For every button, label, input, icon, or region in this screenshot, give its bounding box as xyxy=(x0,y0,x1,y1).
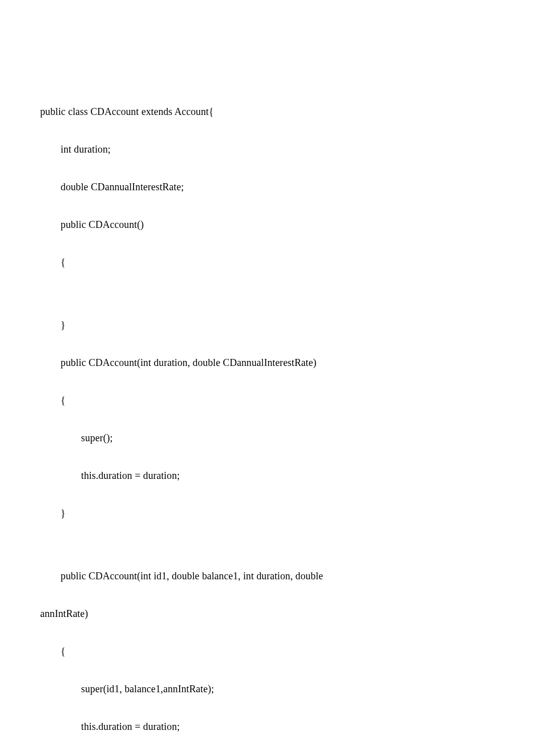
code-line: int duration; xyxy=(40,143,493,156)
code-line: this.duration = duration; xyxy=(40,720,493,733)
code-line: double CDannualInterestRate; xyxy=(40,181,493,193)
document-page: public class CDAccount extends Account{ … xyxy=(0,0,533,756)
code-line: public CDAccount(int id1, double balance… xyxy=(40,570,493,582)
code-line: super(); xyxy=(40,432,493,444)
code-line: { xyxy=(40,645,493,658)
code-line: } xyxy=(40,507,493,520)
code-line: public class CDAccount extends Account{ xyxy=(40,105,493,118)
code-line: { xyxy=(40,394,493,407)
code-line: super(id1, balance1,annIntRate); xyxy=(40,683,493,695)
code-line: public CDAccount(int duration, double CD… xyxy=(40,356,493,369)
code-block: public class CDAccount extends Account{ … xyxy=(40,80,493,756)
code-line: } xyxy=(40,319,493,331)
code-line: annIntRate) xyxy=(40,607,493,620)
code-line: { xyxy=(40,256,493,269)
code-line: this.duration = duration; xyxy=(40,469,493,482)
code-line: public CDAccount() xyxy=(40,218,493,231)
